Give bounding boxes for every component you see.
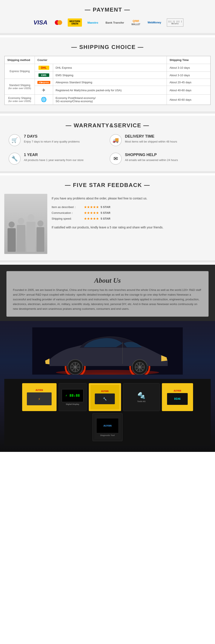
payment-section: — PAYMENT — VISA WESTERNUNION Maestro Ba… bbox=[0, 0, 215, 33]
col-time: Shipping Time bbox=[167, 56, 210, 64]
courier-ems: EMS Shipping bbox=[53, 72, 167, 79]
feedback-section: — FIVE STAR FEEDBACK — bbox=[0, 176, 215, 260]
product-toolkit: 🔩 Tools Kit bbox=[123, 383, 160, 411]
rating-label-communication: Communication： bbox=[52, 211, 84, 215]
divider-4 bbox=[0, 260, 215, 262]
shopping-heading: SHOPPING HELP bbox=[125, 153, 178, 157]
visa-logo: VISA bbox=[32, 18, 49, 26]
maestro-logo: Maestro bbox=[86, 18, 100, 26]
col-courier: Courier bbox=[35, 56, 167, 64]
shipping-table: Shipping method Courier Shipping Time Ex… bbox=[5, 56, 210, 105]
product-yellow-2: AUYAN 🔧 bbox=[89, 383, 121, 411]
days-heading: 7 DAYS bbox=[24, 134, 80, 139]
days-text: Enjoy 7 days to return if any quality pr… bbox=[24, 140, 80, 144]
car-visual bbox=[4, 327, 211, 374]
stars-described: ★★★★★ bbox=[84, 205, 99, 209]
courier-airmail: Registered Air Mail(china post/e packet-… bbox=[53, 86, 167, 95]
table-row: Express Shipping DHL DHL Express About 3… bbox=[5, 64, 210, 72]
warranty-item-delivery: 🚚 DELIVERY TIME Most items will be shipp… bbox=[110, 134, 206, 146]
method-economy: Econnomy Shipping(for order over USD5) bbox=[5, 95, 35, 105]
mastercard-logo bbox=[53, 18, 64, 26]
warranty-grid: 🛒 7 DAYS Enjoy 7 days to return if any q… bbox=[4, 134, 211, 165]
wrench-icon: 🔧 bbox=[9, 153, 21, 165]
courier-ali: Aliexpress Standard Shipping bbox=[53, 79, 167, 86]
table-row: Econnomy Shipping(for order over USD5) 🌐… bbox=[5, 95, 210, 105]
cart-icon: 🛒 bbox=[9, 134, 21, 146]
warranty-title: — WARRANTY&SERVICE — bbox=[4, 122, 211, 129]
feedback-content: If you have any problems about the order… bbox=[4, 194, 211, 254]
time-ali: About 20-45 days bbox=[167, 79, 210, 86]
barcode-logo: ||| || ||| |Boleto bbox=[167, 18, 183, 26]
time-economy: About 40-60 days bbox=[167, 95, 210, 105]
car-svg bbox=[32, 327, 183, 374]
rating-row-described: Item as described： ★★★★★ 5 STAR bbox=[52, 205, 211, 209]
economy-icon: 🌐 bbox=[41, 97, 47, 102]
courier-dhl: DHL Express bbox=[53, 64, 167, 72]
dash-right: — bbox=[124, 6, 130, 13]
webmoney-logo: WebMoney bbox=[146, 18, 163, 26]
ali-badge: Ali▶xpress bbox=[37, 81, 50, 84]
shipping-table-wrap: Shipping method Courier Shipping Time Ex… bbox=[4, 56, 211, 105]
about-section: About Us Founded in 2005, we are based i… bbox=[0, 265, 215, 452]
delivery-text: Most items will be shipped within 48 hou… bbox=[125, 140, 177, 144]
table-row: ✈ Registered Air Mail(china post/e packe… bbox=[5, 86, 210, 95]
shipping-title: — SHIPPING CHOICE — bbox=[4, 44, 211, 50]
bank-transfer-logo: Bank Transfer bbox=[104, 18, 126, 26]
warranty-section: — WARRANTY&SERVICE — 🛒 7 DAYS Enjoy 7 da… bbox=[0, 116, 215, 171]
about-text-box: About Us Founded in 2005, we are based i… bbox=[7, 271, 208, 317]
screen-display: ⚡ 88:88 bbox=[65, 394, 80, 398]
products-row: AUYAN ⚡ ⚡ 88:88 Digital Display AU bbox=[4, 379, 211, 446]
shipping-section: — SHIPPING CHOICE — Shipping method Cour… bbox=[0, 37, 215, 112]
about-body: Founded in 2005, we are based in Shangha… bbox=[13, 288, 202, 311]
rating-label-shipping: Shipping speed: bbox=[52, 217, 84, 220]
divider-2 bbox=[0, 112, 215, 114]
air-mail-icon: ✈ bbox=[42, 88, 46, 92]
method-standard: Standard Shipping(for order over USD5) bbox=[5, 79, 35, 95]
col-method: Shipping method bbox=[5, 56, 35, 64]
table-row: Standard Shipping(for order over USD5) A… bbox=[5, 79, 210, 86]
feedback-intro: If you have any problems about the order… bbox=[52, 196, 211, 201]
star-text-communication: 5 STAR bbox=[101, 211, 110, 214]
warranty-item-shopping: ✉ SHOPPING HELP All emails will be answe… bbox=[110, 153, 206, 165]
delivery-heading: DELIVERY TIME bbox=[125, 134, 177, 139]
dhl-badge: DHL bbox=[39, 66, 49, 70]
product-dark-tool: AUYAN Diagnostic Tool bbox=[92, 413, 123, 441]
divider-3 bbox=[0, 171, 215, 173]
car-section: AUYAN ⚡ ⚡ 88:88 Digital Display AU bbox=[0, 321, 215, 452]
ems-badge: EMS bbox=[39, 74, 49, 77]
warranty-item-year: 🔧 1 YEAR All products have 1 year warran… bbox=[9, 153, 105, 165]
payment-title: — PAYMENT — bbox=[4, 6, 211, 13]
star-text-shipping: 5 STAR bbox=[101, 217, 110, 220]
truck-icon: 🚚 bbox=[110, 134, 122, 146]
divider-1 bbox=[0, 33, 215, 35]
star-text-described: 5 STAR bbox=[101, 206, 110, 209]
year-heading: 1 YEAR bbox=[24, 153, 83, 157]
rating-row-communication: Communication： ★★★★★ 5 STAR bbox=[52, 211, 211, 215]
stars-shipping: ★★★★★ bbox=[84, 216, 99, 221]
feedback-title: — FIVE STAR FEEDBACK — bbox=[4, 182, 211, 188]
courier-economy: Economy Post(finland economy/SG economy/… bbox=[53, 95, 167, 105]
year-text: All products have 1 year warranty from o… bbox=[24, 158, 83, 162]
product-screen-device: ⚡ 88:88 Digital Display bbox=[59, 383, 87, 411]
western-union-logo: WESTERNUNION bbox=[68, 18, 82, 26]
about-title: About Us bbox=[13, 276, 202, 284]
feedback-text-block: If you have any problems about the order… bbox=[52, 194, 211, 232]
time-airmail: About 40-60 days bbox=[167, 86, 210, 95]
mail-icon: ✉ bbox=[110, 153, 122, 165]
people-image bbox=[4, 194, 47, 254]
method-express: Express Shipping bbox=[5, 64, 35, 79]
dash-left: — bbox=[85, 6, 91, 13]
product-charger: AUYAN ⚡ bbox=[22, 383, 57, 411]
product-diagnostic: AUYAN DIAG bbox=[162, 383, 193, 411]
time-dhl: About 3-10 days bbox=[167, 64, 210, 72]
warranty-item-days: 🛒 7 DAYS Enjoy 7 days to return if any q… bbox=[9, 134, 105, 146]
feedback-footer: If satisfied with our products, kindly l… bbox=[52, 225, 211, 230]
shopping-text: All emails will be answered within 24 ho… bbox=[125, 158, 178, 162]
rating-label-described: Item as described： bbox=[52, 205, 84, 209]
qiwi-logo: QIWIWALLET bbox=[130, 18, 142, 26]
rating-row-shipping: Shipping speed: ★★★★★ 5 STAR bbox=[52, 216, 211, 221]
payment-logos: VISA WESTERNUNION Maestro Bank Transfer … bbox=[4, 18, 211, 26]
stars-communication: ★★★★★ bbox=[84, 211, 99, 215]
time-ems: About 3-10 days bbox=[167, 72, 210, 79]
table-row: EMS EMS Shipping About 3-10 days bbox=[5, 72, 210, 79]
